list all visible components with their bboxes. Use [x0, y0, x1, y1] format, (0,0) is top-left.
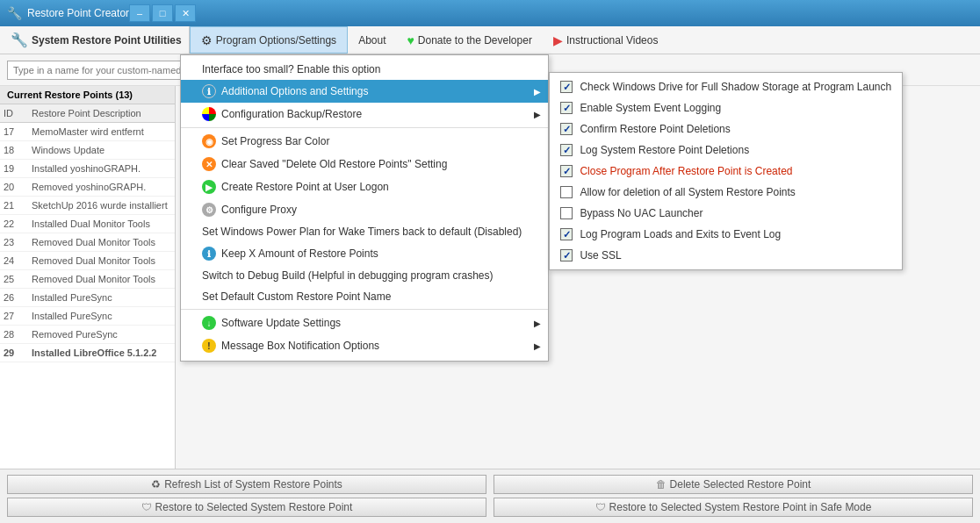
table-row[interactable]: 20Removed yoshinoGRAPH. — [0, 178, 175, 197]
submenu-item-close-after-create[interactable]: Close Program After Restore Point is Cre… — [550, 161, 902, 182]
videos-icon: ▶ — [553, 33, 563, 47]
submenu-item-enable-event-log[interactable]: Enable System Event Logging — [550, 97, 902, 118]
menu-item-clear-saved[interactable]: ✕ Clear Saved "Delete Old Restore Points… — [181, 153, 548, 176]
menu-donate[interactable]: ♥ Donate to the Developer — [396, 26, 542, 54]
additional-options-submenu: Check Windows Drive for Full Shadow Stor… — [549, 72, 903, 270]
menu-item-interface-small[interactable]: Interface too small? Enable this option — [181, 59, 548, 80]
table-row[interactable]: 23Removed Dual Monitor Tools — [0, 233, 175, 252]
table-row[interactable]: 28 Removed PureSync — [0, 326, 175, 344]
table-row[interactable]: 18Windows Update — [0, 141, 175, 160]
delete-restore-point-button[interactable]: 🗑 Delete Selected Restore Point — [494, 475, 973, 494]
log-deletions-checkbox[interactable] — [560, 144, 573, 156]
submenu-item-check-shadow[interactable]: Check Windows Drive for Full Shadow Stor… — [550, 76, 902, 97]
window-icon: 🔧 — [7, 6, 22, 20]
menu-item-keep-x[interactable]: ℹ Keep X Amount of Restore Points — [181, 242, 548, 265]
menu-item-message-box[interactable]: ! Message Box Notification Options ▶ — [181, 334, 548, 357]
delete-icon: 🗑 — [656, 478, 667, 491]
menu-item-software-update[interactable]: ↓ Software Update Settings ▶ — [181, 312, 548, 334]
bottom-row-2: 🛡 Restore to Selected System Restore Poi… — [7, 498, 973, 517]
donate-icon: ♥ — [407, 33, 414, 47]
menu-about[interactable]: About — [348, 26, 396, 54]
keep-icon: ℹ — [202, 247, 216, 261]
close-button[interactable]: ✕ — [175, 4, 196, 22]
progress-icon: ◉ — [202, 134, 216, 148]
restore-list-columns: ID Restore Point Description — [0, 104, 175, 123]
separator — [181, 309, 548, 310]
table-row[interactable]: 29 Installed LibreOffice 5.1.2.2 — [0, 344, 175, 362]
use-ssl-checkbox[interactable] — [560, 249, 573, 262]
window-controls: – □ ✕ — [129, 4, 196, 22]
dropdown-overlay: Interface too small? Enable this option … — [180, 54, 903, 362]
restore-list-panel: Current Restore Points (13) ID Restore P… — [0, 86, 176, 469]
logo-text: System Restore Point Utilities — [32, 34, 182, 47]
menu-program-options[interactable]: ⚙ Program Options/Settings — [190, 26, 348, 54]
table-row[interactable]: 19Installed yoshinoGRAPH. — [0, 160, 175, 178]
menu-item-additional-options[interactable]: ℹ Additional Options and Settings ▶ — [181, 80, 548, 103]
refresh-list-button[interactable]: ♻ Refresh List of System Restore Points — [7, 475, 486, 494]
maximize-button[interactable]: □ — [152, 4, 173, 22]
table-row[interactable]: 21SketchUp 2016 wurde installiert — [0, 197, 175, 215]
confirm-deletions-checkbox[interactable] — [560, 123, 573, 135]
menu-bar: 🔧 System Restore Point Utilities ⚙ Progr… — [0, 26, 980, 54]
minimize-button[interactable]: – — [129, 4, 150, 22]
check-shadow-checkbox[interactable] — [560, 81, 573, 93]
submenu-arrow: ▶ — [534, 87, 541, 97]
submenu-item-allow-deletion[interactable]: Allow for deletion of all System Restore… — [550, 182, 902, 203]
config-icon — [202, 107, 216, 121]
bypass-uac-checkbox[interactable] — [560, 207, 573, 219]
menu-item-default-name[interactable]: Set Default Custom Restore Point Name — [181, 286, 548, 307]
submenu-item-bypass-uac[interactable]: Bypass No UAC Launcher — [550, 203, 902, 224]
submenu-arrow: ▶ — [534, 110, 541, 119]
menu-videos[interactable]: ▶ Instructional Videos — [543, 26, 669, 54]
allow-deletion-checkbox[interactable] — [560, 186, 573, 198]
title-bar: 🔧 Restore Point Creator – □ ✕ — [0, 0, 980, 26]
menu-item-debug-build[interactable]: Switch to Debug Build (Helpful in debugg… — [181, 265, 548, 286]
restore-button[interactable]: 🛡 Restore to Selected System Restore Poi… — [7, 498, 486, 517]
submenu-arrow: ▶ — [534, 319, 541, 328]
refresh-icon: ♻ — [151, 478, 161, 491]
dropdown-main-menu: Interface too small? Enable this option … — [180, 54, 549, 362]
menu-item-config-backup[interactable]: Configuration Backup/Restore ▶ — [181, 103, 548, 125]
submenu-item-use-ssl[interactable]: Use SSL — [550, 245, 902, 266]
table-row[interactable]: 24Removed Dual Monitor Tools — [0, 252, 175, 270]
update-icon: ↓ — [202, 316, 216, 330]
submenu-item-confirm-deletions[interactable]: Confirm Restore Point Deletions — [550, 118, 902, 140]
logo-icon: 🔧 — [11, 32, 28, 48]
col-desc-header: Restore Point Description — [28, 106, 175, 120]
table-row[interactable]: 25Removed Dual Monitor Tools — [0, 270, 175, 289]
bottom-bar: ♻ Refresh List of System Restore Points … — [0, 469, 980, 523]
restore-safe-mode-button[interactable]: 🛡 Restore to Selected System Restore Poi… — [494, 498, 973, 517]
restore-icon: 🛡 — [141, 501, 152, 513]
program-options-icon: ⚙ — [201, 33, 213, 47]
proxy-icon: ⚙ — [202, 203, 216, 217]
additional-options-icon: ℹ — [202, 84, 216, 98]
log-loads-checkbox[interactable] — [560, 228, 573, 240]
table-row[interactable]: 17MemoMaster wird entfernt — [0, 123, 175, 141]
menu-item-configure-proxy[interactable]: ⚙ Configure Proxy — [181, 198, 548, 221]
window-title: Restore Point Creator — [27, 7, 129, 19]
bottom-row-1: ♻ Refresh List of System Restore Points … — [7, 475, 973, 494]
submenu-arrow: ▶ — [534, 341, 541, 351]
table-row[interactable]: 26Installed PureSync — [0, 289, 175, 307]
col-id-header: ID — [0, 106, 28, 120]
close-after-create-checkbox[interactable] — [560, 165, 573, 177]
enable-event-log-checkbox[interactable] — [560, 102, 573, 114]
separator — [181, 127, 548, 128]
menu-item-power-plan[interactable]: Set Windows Power Plan for Wake Timers b… — [181, 221, 548, 242]
app-logo: 🔧 System Restore Point Utilities — [4, 26, 190, 54]
table-row[interactable]: 22Installed Dual Monitor Tools — [0, 215, 175, 233]
restore-safe-icon: 🛡 — [595, 501, 606, 513]
submenu-item-log-loads[interactable]: Log Program Loads and Exits to Event Log — [550, 224, 902, 245]
table-row[interactable]: 27Installed PureSync — [0, 307, 175, 326]
submenu-item-log-deletions[interactable]: Log System Restore Point Deletions — [550, 140, 902, 161]
menu-item-progress-bar[interactable]: ◉ Set Progress Bar Color — [181, 130, 548, 153]
clear-icon: ✕ — [202, 157, 216, 171]
restore-list-header: Current Restore Points (13) — [0, 86, 175, 104]
message-icon: ! — [202, 339, 216, 353]
submenu-container: Check Windows Drive for Full Shadow Stor… — [549, 54, 903, 362]
menu-item-create-logon[interactable]: ▶ Create Restore Point at User Logon — [181, 176, 548, 198]
logon-icon: ▶ — [202, 180, 216, 194]
